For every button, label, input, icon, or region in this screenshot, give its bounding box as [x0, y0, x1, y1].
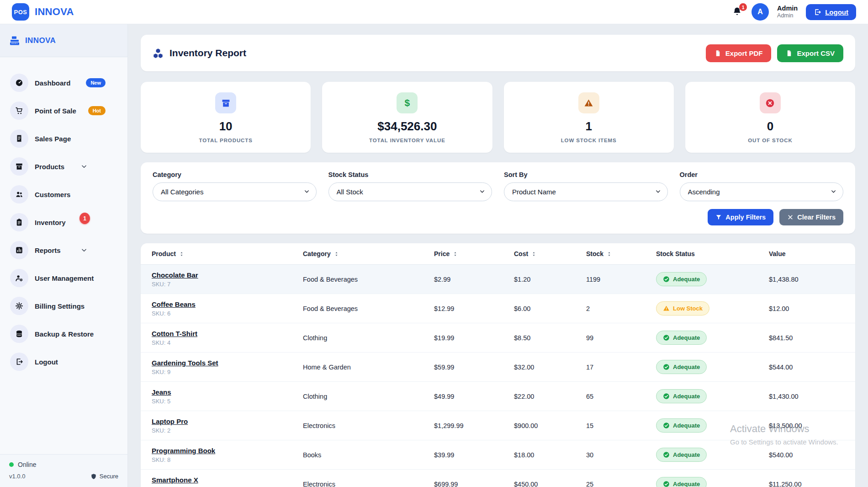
export-csv-button[interactable]: Export CSV [777, 44, 843, 62]
product-name-link[interactable]: Smartphone X [152, 476, 292, 484]
sidebar-item-dashboard[interactable]: DashboardNew [7, 73, 120, 93]
cell-cost: $450.00 [503, 481, 575, 487]
cell-category: Books [292, 451, 423, 459]
filter-label: Sort By [504, 171, 668, 178]
sidebar-item-logout[interactable]: Logout [7, 352, 120, 372]
product-name-link[interactable]: Chocolate Bar [152, 271, 292, 279]
sidebar-item-point-of-sale[interactable]: Point of SaleHot [7, 101, 120, 121]
apply-filters-button[interactable]: Apply Filters [708, 209, 773, 225]
file-pdf-icon [715, 50, 721, 57]
cell-stock: 17 [575, 364, 645, 371]
stat-card-total-products: 10 TOTAL PRODUCTS [141, 82, 311, 153]
dollar-icon: $ [405, 97, 410, 108]
sidebar-item-label: Dashboard [35, 79, 70, 87]
secure-status: Secure [90, 473, 118, 480]
users-icon [10, 185, 28, 203]
sidebar-badge: Hot [88, 106, 106, 115]
product-name-link[interactable]: Cotton T-Shirt [152, 330, 292, 337]
avatar[interactable]: A [752, 3, 769, 21]
stat-icon-tile [215, 92, 236, 113]
sidebar-item-customers[interactable]: Customers [7, 184, 120, 204]
receipt-icon [10, 129, 28, 148]
cell-price: $1,299.99 [423, 422, 503, 429]
sidebar-count-badge: 1 [79, 213, 90, 224]
table-row: Chocolate Bar SKU: 7 Food & Beverages $2… [141, 265, 855, 294]
sidebar-item-sales-page[interactable]: Sales Page [7, 128, 120, 149]
column-header-price[interactable]: Price [434, 250, 503, 257]
check-circle-icon [663, 364, 670, 370]
export-pdf-button[interactable]: Export PDF [706, 44, 772, 62]
order-select[interactable]: Ascending [680, 182, 844, 201]
sort-icon [607, 251, 612, 257]
database-icon [10, 325, 28, 343]
table-row: Gardening Tools Set SKU: 9 Home & Garden… [141, 353, 855, 382]
sidebar-item-backup-restore[interactable]: Backup & Restore [7, 324, 120, 344]
sidebar-item-billing-settings[interactable]: Billing Settings [7, 296, 120, 316]
column-header-stock[interactable]: Stock [586, 250, 645, 257]
check-circle-icon [663, 334, 670, 341]
cell-stock: 2 [575, 305, 645, 312]
sidebar-brand-label: INNOVA [25, 36, 56, 45]
sort-by-select[interactable]: Product Name [504, 182, 668, 201]
clear-filters-button[interactable]: Clear Filters [779, 209, 843, 225]
warning-icon [663, 305, 670, 312]
sidebar-item-user-management[interactable]: User Management [7, 268, 120, 288]
product-sku: SKU: 9 [152, 369, 292, 375]
inventory-table: ProductCategoryPriceCostStockStock Statu… [141, 243, 855, 487]
product-name-link[interactable]: Coffee Beans [152, 300, 292, 308]
product-name-link[interactable]: Laptop Pro [152, 417, 292, 425]
clear-filters-label: Clear Filters [797, 214, 836, 221]
table-row: Programming Book SKU: 8 Books $39.99 $18… [141, 440, 855, 470]
cell-cost: $1.20 [503, 276, 575, 283]
cell-cost: $900.00 [503, 422, 575, 429]
sidebar-item-reports[interactable]: Reports [7, 240, 120, 260]
user-role: Admin [777, 12, 798, 20]
cell-stock: 25 [575, 481, 645, 487]
shield-icon [90, 473, 97, 480]
product-name-link[interactable]: Gardening Tools Set [152, 359, 292, 367]
chevron-down-icon [81, 247, 87, 253]
cell-price: $19.99 [423, 334, 503, 342]
sidebar-item-label: Customers [35, 191, 70, 198]
sidebar-item-inventory[interactable]: Inventory1 [7, 212, 120, 232]
filter-label: Order [680, 171, 844, 178]
stock-status-select[interactable]: All Stock [328, 182, 492, 201]
export-pdf-label: Export PDF [725, 49, 763, 57]
cell-price: $49.99 [423, 393, 503, 400]
filter-field-sort-by: Sort By Product Name [504, 171, 668, 201]
column-header-cost[interactable]: Cost [514, 250, 575, 257]
filter-label: Stock Status [328, 171, 492, 178]
sign-out-icon [814, 8, 821, 16]
notifications-button[interactable]: 1 [732, 6, 743, 17]
filter-label: Category [153, 171, 317, 178]
chart-icon [10, 241, 28, 259]
column-header-category[interactable]: Category [303, 250, 423, 257]
sort-icon [531, 251, 536, 257]
status-badge: Low Stock [656, 301, 709, 316]
category-select[interactable]: All Categories [153, 182, 317, 201]
cell-stock: 15 [575, 422, 645, 429]
pos-logo: POS [12, 3, 29, 21]
check-circle-icon [663, 276, 670, 283]
product-name-link[interactable]: Programming Book [152, 447, 292, 455]
product-sku: SKU: 5 [152, 398, 292, 405]
sidebar-item-products[interactable]: Products [7, 156, 120, 177]
sidebar: INNOVA DashboardNew Point of SaleHot Sal… [0, 24, 128, 487]
sort-icon [453, 251, 458, 257]
table-body: Chocolate Bar SKU: 7 Food & Beverages $2… [141, 265, 855, 487]
table-header-row: ProductCategoryPriceCostStockStock Statu… [141, 243, 855, 265]
cell-value: $11,250.00 [758, 481, 855, 487]
report-header-card: Inventory Report Export PDF Export CSV [141, 35, 855, 71]
logout-button[interactable]: Logout [806, 4, 856, 20]
column-header-product[interactable]: Product [152, 250, 292, 257]
status-badge: Adequate [656, 477, 707, 487]
notification-badge: 1 [739, 3, 747, 11]
product-sku: SKU: 6 [152, 310, 292, 317]
product-sku: SKU: 2 [152, 427, 292, 434]
signout-icon [10, 353, 28, 371]
product-name-link[interactable]: Jeans [152, 388, 292, 396]
product-sku: SKU: 8 [152, 456, 292, 463]
cell-value: $13,500.00 [758, 422, 855, 429]
filter-field-stock-status: Stock Status All Stock [328, 171, 492, 201]
table-row: Cotton T-Shirt SKU: 4 Clothing $19.99 $8… [141, 323, 855, 353]
